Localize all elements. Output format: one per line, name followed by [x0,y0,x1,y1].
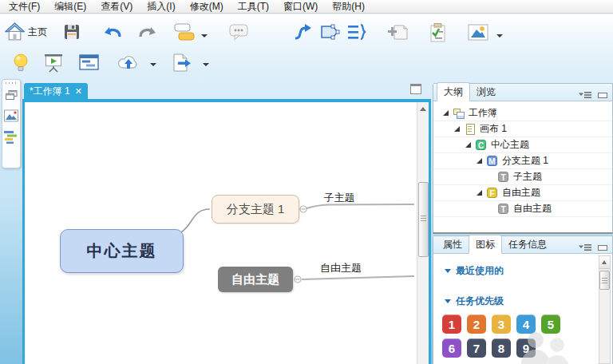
boundary-icon [319,22,341,42]
comment-button[interactable] [227,21,251,44]
save-button[interactable] [61,21,83,43]
export-icon [171,53,193,73]
tab-icons[interactable]: 图标 [469,235,502,254]
task-button[interactable] [426,21,449,45]
priority-8-icon[interactable]: 8 [492,338,511,358]
secondary-toolbar [0,48,613,76]
branch-topic-node[interactable]: 分支主题 1 [212,195,299,224]
priority-6-icon[interactable]: 6 [442,338,461,358]
summary-button[interactable] [345,21,369,44]
tree-row-branch-topic[interactable]: M 分支主题 1 [433,153,612,169]
priority-9-icon[interactable]: 9 [516,338,536,358]
tab-browse[interactable]: 浏览 [470,83,502,101]
image-gallery-icon[interactable] [4,109,18,125]
canvas-vertical-scrollbar[interactable] [417,102,429,364]
image-button[interactable] [465,21,491,44]
export-button[interactable] [169,51,195,75]
section-task-priority[interactable]: 任务优先级 [445,295,504,308]
tree-row-floating-topic[interactable]: F 自由主题 [433,185,612,201]
outline-tree: 工作簿 画布 1 C 中心主题 M 分支主题 1 [433,101,612,232]
boundary-button[interactable] [318,21,342,44]
expand-triangle-icon[interactable] [443,110,449,116]
idea-button[interactable] [10,51,33,75]
menu-view[interactable]: 查看(V) [93,0,140,14]
tree-row-workbook[interactable]: 工作簿 [433,105,612,121]
undo-button[interactable] [101,21,125,43]
floating-palette[interactable] [2,79,21,168]
floating-subtopic-label[interactable]: 自由主题 [312,261,370,275]
main-topic-badge: M [487,156,497,166]
subtopic-label[interactable]: 子主题 [310,191,368,205]
palette-drag-handle[interactable] [6,82,17,84]
menu-modify[interactable]: 修改(M) [183,0,231,14]
scroll-up-arrow-icon[interactable] [420,107,426,111]
menu-tools[interactable]: 工具(T) [231,0,276,14]
export-dropdown-icon[interactable] [203,63,209,66]
task-icon [428,22,448,43]
priority-5-icon[interactable]: 5 [541,315,560,334]
priority-4-icon[interactable]: 4 [516,315,536,334]
icons-panel: 属性 图标 任务信息 最近使用的 任务优先级 [433,235,613,364]
expand-triangle-icon[interactable] [465,142,471,148]
gantt-icon [78,53,100,73]
minimize-panel-icon[interactable] [598,245,607,251]
central-topic-node[interactable]: 中心主题 [60,229,184,273]
menu-window[interactable]: 窗口(W) [276,0,325,14]
expand-triangle-icon[interactable] [477,190,482,196]
expand-triangle-icon[interactable] [454,126,460,132]
outline-panel: 大纲 浏览 工作簿 画布 1 [433,83,613,234]
scroll-thumb[interactable] [599,271,610,290]
tab-properties[interactable]: 属性 [437,235,469,253]
upload-dropdown-icon[interactable] [150,63,156,66]
icons-panel-body: 最近使用的 任务优先级 1 2 3 4 5 6 7 8 9 [433,254,612,364]
gantt-button[interactable] [77,51,101,74]
expand-triangle-icon[interactable] [477,158,482,164]
priority-2-icon[interactable]: 2 [467,315,486,334]
note-button[interactable] [386,21,410,44]
section-recently-used[interactable]: 最近使用的 [445,264,504,278]
document-tab[interactable]: *工作簿 1 ✕ [24,83,88,99]
menu-edit[interactable]: 编辑(E) [47,0,93,14]
floating-topic-node[interactable]: 自由主题 [218,267,293,292]
scroll-thumb[interactable] [418,182,429,257]
outline-panel-tabs: 大纲 浏览 [433,84,612,101]
tree-row-central-topic[interactable]: C 中心主题 [433,137,612,153]
canvas-window: 中心主题 分支主题 1 自由主题 子主题 自由主题 [22,99,431,364]
image-dropdown-icon[interactable] [496,34,503,38]
new-topic-button[interactable] [172,21,196,44]
tab-outline[interactable]: 大纲 [437,82,470,101]
minimize-panel-icon[interactable] [598,93,607,98]
redo-button[interactable] [136,21,160,43]
upload-button[interactable] [115,51,142,75]
menu-file[interactable]: 文件(F) [2,0,47,14]
tree-row-floating-subtopic[interactable]: T 自由主题 [433,201,612,217]
maximize-button[interactable] [410,84,421,94]
tab-task-info[interactable]: 任务信息 [502,235,553,253]
menu-insert[interactable]: 插入(I) [140,0,182,14]
priority-1-icon[interactable]: 1 [442,315,461,334]
priority-7-icon[interactable]: 7 [467,338,486,358]
gantt-mini-icon[interactable] [4,131,18,148]
view-menu-icon[interactable] [579,240,591,255]
presentation-button[interactable] [42,51,65,75]
tree-row-subtopic[interactable]: T 子主题 [433,169,612,185]
home-button[interactable]: 主页 [3,21,49,44]
tree-row-sheet[interactable]: 画布 1 [433,121,612,137]
view-menu-icon[interactable] [579,88,591,102]
main-toolbar: 主页 [0,14,613,48]
undo-icon [102,22,123,42]
lightbulb-icon [11,53,31,73]
icons-panel-scrollbar[interactable] [599,255,611,364]
new-topic-dropdown-icon[interactable] [201,34,208,38]
document-tab-title: *工作簿 1 [30,85,70,98]
topic-icon [174,22,195,42]
sheet-icon [465,124,476,135]
priority-3-icon[interactable]: 3 [492,315,511,334]
mindmap-canvas[interactable]: 中心主题 分支主题 1 自由主题 子主题 自由主题 [25,102,417,364]
scroll-up-button[interactable] [599,256,610,269]
cascade-windows-icon[interactable] [6,89,18,104]
relationship-button[interactable] [291,21,316,44]
application-window: 文件(F) 编辑(E) 查看(V) 插入(I) 修改(M) 工具(T) 窗口(W… [0,0,613,364]
menu-help[interactable]: 帮助(H) [325,0,372,14]
tab-close-icon[interactable]: ✕ [75,87,82,96]
